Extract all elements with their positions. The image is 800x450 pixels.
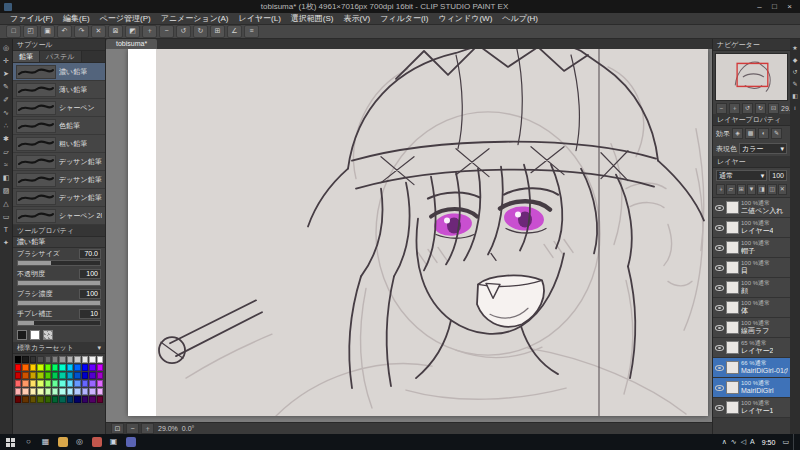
status-zoom-in-icon[interactable]: ＋ <box>141 423 154 434</box>
menu-item[interactable]: フィルター(I) <box>375 13 433 24</box>
snap-icon[interactable]: ∠ <box>227 25 242 38</box>
color-swatch[interactable] <box>59 380 65 387</box>
nav-rotate-left-icon[interactable]: ↺ <box>742 103 753 114</box>
menu-item[interactable]: ウィンドウ(W) <box>433 13 497 24</box>
border-effect-icon[interactable]: ◈ <box>732 128 743 139</box>
redo-icon[interactable]: ↷ <box>74 25 89 38</box>
rotate-left-icon[interactable]: ↺ <box>176 25 191 38</box>
color-swatch[interactable] <box>37 388 43 395</box>
decoration-tool[interactable]: ✱ <box>1 134 12 144</box>
operation-tool[interactable]: ➤ <box>1 69 12 79</box>
slider-value[interactable]: 100 <box>79 269 101 279</box>
new-folder-icon[interactable]: ▱ <box>726 184 735 195</box>
color-swatch[interactable] <box>97 396 103 403</box>
rotation-value[interactable]: 0.0° <box>182 425 195 432</box>
close-button[interactable]: × <box>783 1 796 12</box>
nav-zoom-out-icon[interactable]: − <box>716 103 727 114</box>
maximize-button[interactable]: □ <box>768 1 781 12</box>
color-swatch[interactable] <box>15 380 21 387</box>
open-file-icon[interactable]: ◰ <box>23 25 38 38</box>
layer-visibility-icon[interactable] <box>715 305 724 311</box>
color-swatch[interactable] <box>15 372 21 379</box>
save-icon[interactable]: ▣ <box>40 25 55 38</box>
color-swatch[interactable] <box>45 356 51 363</box>
color-swatch[interactable] <box>59 356 65 363</box>
color-swatch[interactable] <box>52 356 58 363</box>
image-viewer-icon[interactable]: ▣ <box>105 434 122 450</box>
figure-tool[interactable]: △ <box>1 199 12 209</box>
layer-visibility-icon[interactable] <box>715 385 724 391</box>
layer-visibility-icon[interactable] <box>715 285 724 291</box>
layer-visibility-icon[interactable] <box>715 365 724 371</box>
color-swatch[interactable] <box>97 372 103 379</box>
slider-track[interactable] <box>17 320 101 326</box>
menu-item[interactable]: ヘルプ(H) <box>497 13 543 24</box>
color-swatch[interactable] <box>30 356 36 363</box>
canvas-tab[interactable]: tobisuma* <box>106 39 157 49</box>
slider-track[interactable] <box>17 260 101 266</box>
search-icon[interactable]: ○ <box>20 434 37 450</box>
color-swatch[interactable] <box>74 356 80 363</box>
color-swatch[interactable] <box>59 388 65 395</box>
color-swatch[interactable] <box>97 388 103 395</box>
color-swatch[interactable] <box>45 364 51 371</box>
delete-icon[interactable]: ✕ <box>91 25 106 38</box>
menu-item[interactable]: アニメーション(A) <box>156 13 234 24</box>
color-swatch[interactable] <box>22 388 28 395</box>
slider-value[interactable]: 70.0 <box>79 249 101 259</box>
color-swatch[interactable] <box>15 396 21 403</box>
color-swatch[interactable] <box>30 364 36 371</box>
color-swatch[interactable] <box>82 356 88 363</box>
color-swatch[interactable] <box>74 388 80 395</box>
canvas-surface[interactable] <box>156 49 708 416</box>
color-swatch[interactable] <box>30 396 36 403</box>
canvas-viewport[interactable] <box>106 49 712 422</box>
color-swatch[interactable] <box>67 356 73 363</box>
clip-mask-icon[interactable]: ◨ <box>757 184 766 195</box>
color-swatch[interactable] <box>97 356 103 363</box>
subtool-item[interactable]: デッサン鉛筆 体用 <box>13 189 105 207</box>
color-swatch[interactable] <box>59 396 65 403</box>
layer-row[interactable]: 100 %通常 体 <box>713 298 790 318</box>
layer-visibility-icon[interactable] <box>715 205 724 211</box>
fill-tool[interactable]: ◧ <box>1 173 12 183</box>
color-swatch[interactable] <box>52 372 58 379</box>
layer-visibility-icon[interactable] <box>715 265 724 271</box>
color-swatch[interactable] <box>89 388 95 395</box>
color-swatch[interactable] <box>97 380 103 387</box>
delete-layer-icon[interactable]: ✕ <box>778 184 787 195</box>
color-swatch[interactable] <box>52 388 58 395</box>
color-swatch[interactable] <box>15 364 21 371</box>
color-set-header[interactable]: 標準カラーセット ▾ <box>13 342 105 354</box>
move-tool[interactable]: ✛ <box>1 56 12 66</box>
tool-property-slider[interactable]: 手ブレ補正 10 <box>13 308 105 328</box>
color-swatch[interactable] <box>67 380 73 387</box>
layer-row[interactable]: 100 %通常 二値ペン入れ <box>713 198 790 218</box>
color-swatch[interactable] <box>89 372 95 379</box>
color-swatch[interactable] <box>37 356 43 363</box>
airbrush-tool[interactable]: ∴ <box>1 121 12 131</box>
layer-visibility-icon[interactable] <box>715 325 724 331</box>
tone-effect-icon[interactable]: ▩ <box>745 128 756 139</box>
lock-layer-icon[interactable]: ◫ <box>767 184 776 195</box>
slider-track[interactable] <box>17 280 101 286</box>
status-zoom-out-icon[interactable]: − <box>126 423 139 434</box>
layer-color-effect-icon[interactable]: ◐ <box>758 128 769 139</box>
color-swatch[interactable] <box>74 364 80 371</box>
layer-row[interactable]: 100 %通常 顔 <box>713 278 790 298</box>
tool-property-slider[interactable]: ブラシサイズ 70.0 <box>13 248 105 268</box>
subtool-item[interactable]: 濃い鉛筆 <box>13 63 105 81</box>
color-swatch[interactable] <box>45 372 51 379</box>
color-swatch[interactable] <box>22 396 28 403</box>
show-desktop-button[interactable] <box>793 434 797 450</box>
layer-row[interactable]: 66 %通常 MairiDiGirl-01のコピー <box>713 358 790 378</box>
settings-icon[interactable]: ≡ <box>244 25 259 38</box>
color-swatch[interactable] <box>37 372 43 379</box>
material-palette-icon[interactable]: ◆ <box>791 56 799 64</box>
color-swatch[interactable] <box>37 380 43 387</box>
subtool-tab[interactable]: 鉛筆 <box>13 51 40 62</box>
file-explorer-icon[interactable] <box>54 434 71 450</box>
subtool-item[interactable]: デッサン鉛筆 顔用 <box>13 171 105 189</box>
color-swatch[interactable] <box>89 380 95 387</box>
color-swatch[interactable] <box>82 396 88 403</box>
